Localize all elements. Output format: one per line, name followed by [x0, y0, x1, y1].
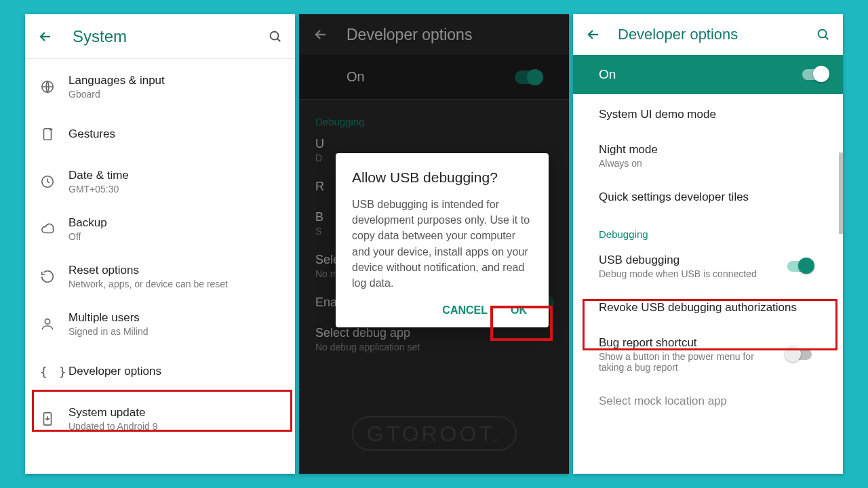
- settings-list: Languages & input Gboard Gestures Date &…: [25, 59, 295, 443]
- search-icon[interactable]: [816, 27, 831, 42]
- item-gestures[interactable]: Gestures: [25, 110, 295, 158]
- item-revoke-usb-auth[interactable]: Revoke USB debugging authorizations: [573, 289, 843, 327]
- item-usb-debugging[interactable]: USB debugging Debug mode when USB is con…: [573, 244, 843, 289]
- clock-icon: [40, 174, 68, 189]
- scrollbar[interactable]: [839, 152, 843, 234]
- item-reset-options[interactable]: Reset options Network, apps, or device c…: [25, 253, 295, 300]
- panel-developer-options: Developer options On System UI demo mode…: [573, 14, 843, 474]
- item-bug-report-shortcut[interactable]: Bug report shortcut Show a button in the…: [573, 327, 843, 382]
- globe-icon: [40, 79, 68, 94]
- panel-system: System Languages & input Gboard Gestures: [25, 14, 295, 474]
- header: System: [25, 14, 295, 59]
- search-icon[interactable]: [268, 29, 283, 44]
- cloud-icon: [40, 222, 68, 237]
- page-title: Developer options: [618, 26, 816, 43]
- dialog-body: USB debugging is intended for developmen…: [352, 197, 532, 291]
- header: Developer options: [573, 14, 843, 55]
- item-date-time[interactable]: Date & time GMT+05:30: [25, 158, 295, 205]
- panel-usb-dialog: Developer options On Debugging U D R B S…: [299, 14, 569, 474]
- gestures-icon: [40, 127, 68, 142]
- back-arrow-icon[interactable]: [37, 28, 54, 45]
- item-night-mode[interactable]: Night mode Always on: [573, 134, 843, 178]
- svg-point-6: [818, 30, 827, 38]
- dialog-title: Allow USB debugging?: [352, 169, 532, 186]
- section-debugging: Debugging: [573, 216, 843, 244]
- item-developer-options[interactable]: { } Developer options: [25, 348, 295, 395]
- item-cutoff: Select mock location app: [573, 382, 843, 420]
- item-system-ui-demo[interactable]: System UI demo mode: [573, 96, 843, 134]
- back-arrow-icon[interactable]: [585, 26, 601, 43]
- item-multiple-users[interactable]: Multiple users Signed in as Milind: [25, 300, 295, 348]
- toggle-off-icon[interactable]: [787, 349, 812, 360]
- user-icon: [40, 317, 68, 331]
- toggle-on-icon[interactable]: [787, 261, 812, 272]
- item-backup[interactable]: Backup Off: [25, 205, 295, 253]
- master-toggle-row[interactable]: On: [573, 55, 843, 94]
- ok-button[interactable]: OK: [505, 304, 532, 317]
- item-languages-input[interactable]: Languages & input Gboard: [25, 63, 295, 110]
- system-update-icon: [40, 411, 68, 426]
- item-quick-settings-tiles[interactable]: Quick settings developer tiles: [573, 178, 843, 216]
- braces-icon: { }: [40, 365, 68, 379]
- usb-debugging-dialog: Allow USB debugging? USB debugging is in…: [336, 153, 549, 327]
- reset-icon: [40, 269, 68, 284]
- cancel-button[interactable]: CANCEL: [442, 304, 488, 317]
- page-title: System: [73, 27, 268, 46]
- svg-point-4: [45, 319, 50, 324]
- svg-point-0: [271, 31, 279, 39]
- toggle-on-icon[interactable]: [802, 69, 827, 80]
- item-system-update[interactable]: System update Updated to Android 9: [25, 395, 295, 443]
